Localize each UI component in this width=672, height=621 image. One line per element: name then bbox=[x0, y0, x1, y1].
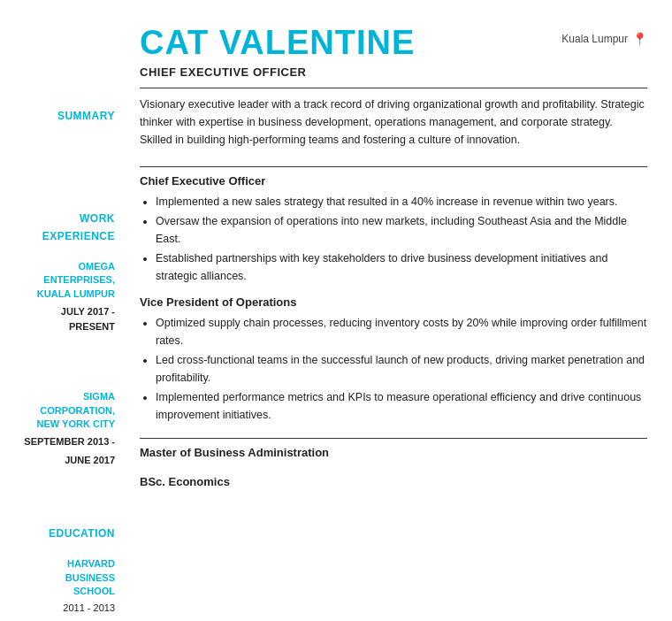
job2-bullet-3: Implemented performance metrics and KPIs… bbox=[156, 388, 647, 424]
job2-title: Vice President of Operations bbox=[140, 295, 647, 309]
sidebar-school1-name1: HARVARD BUSINESS bbox=[16, 557, 115, 585]
sidebar-job1-company1: OMEGA ENTERPRISES, bbox=[16, 260, 115, 288]
sidebar-school1-name2: SCHOOL bbox=[16, 585, 115, 598]
sidebar-name-spacer bbox=[16, 25, 115, 97]
edu-entry-2: BSc. Economics bbox=[140, 475, 647, 488]
sidebar-job-1: OMEGA ENTERPRISES, KUALA LUMPUR JULY 201… bbox=[16, 260, 115, 334]
edu-entry-1: Master of Business Administration bbox=[140, 446, 647, 459]
sidebar-edu-section: EDUCATION bbox=[16, 527, 115, 540]
resume-header: CAT VALENTINE CHIEF EXECUTIVE OFFICER Ku… bbox=[140, 25, 647, 79]
sidebar-work-label-line2: EXPERIENCE bbox=[16, 230, 115, 242]
sidebar-summary-spacer bbox=[16, 127, 115, 202]
job2-bullets: Optimized supply chain processes, reduci… bbox=[156, 314, 647, 424]
candidate-name: CAT VALENTINE bbox=[140, 25, 415, 62]
job-entry-2: Vice President of Operations Optimized s… bbox=[140, 295, 647, 424]
main-content: CAT VALENTINE CHIEF EXECUTIVE OFFICER Ku… bbox=[124, 0, 672, 621]
sidebar-school1-dates: 2011 - 2013 bbox=[16, 601, 115, 616]
sidebar-work-label-line1: WORK bbox=[16, 212, 115, 225]
name-block: CAT VALENTINE CHIEF EXECUTIVE OFFICER bbox=[140, 25, 415, 79]
job1-bullet-2: Oversaw the expansion of operations into… bbox=[156, 212, 647, 248]
sidebar-job2-dates1: SEPTEMBER 2013 - bbox=[16, 434, 115, 449]
location-text: Kuala Lumpur bbox=[561, 33, 628, 45]
sidebar-job1-company2: KUALA LUMPUR bbox=[16, 288, 115, 301]
edu1-degree: Master of Business Administration bbox=[140, 446, 647, 459]
job1-bullets: Implemented a new sales strategy that re… bbox=[156, 193, 647, 285]
education-section: Master of Business Administration BSc. E… bbox=[140, 438, 647, 488]
work-experience-section: Chief Executive Officer Implemented a ne… bbox=[140, 166, 647, 424]
candidate-title: CHIEF EXECUTIVE OFFICER bbox=[140, 65, 415, 79]
sidebar-job2-company1: SIGMA CORPORATION, bbox=[16, 390, 115, 418]
sidebar-school-1: HARVARD BUSINESS SCHOOL 2011 - 2013 bbox=[16, 557, 115, 615]
education-divider bbox=[140, 438, 647, 439]
location-pin-icon: 📍 bbox=[632, 32, 647, 46]
sidebar-job1-dates: JULY 2017 - PRESENT bbox=[16, 304, 115, 334]
job2-bullet-2: Led cross-functional teams in the succes… bbox=[156, 351, 647, 387]
location-block: Kuala Lumpur 📍 bbox=[561, 32, 647, 46]
summary-divider bbox=[140, 88, 647, 88]
sidebar-edu-label: EDUCATION bbox=[16, 527, 115, 540]
job1-bullet-1: Implemented a new sales strategy that re… bbox=[156, 193, 647, 211]
sidebar-summary-label: SUMMARY bbox=[16, 110, 115, 122]
sidebar-summary-section: SUMMARY bbox=[16, 110, 115, 122]
resume-container: SUMMARY WORK EXPERIENCE OMEGA ENTERPRISE… bbox=[0, 0, 672, 621]
sidebar: SUMMARY WORK EXPERIENCE OMEGA ENTERPRISE… bbox=[0, 0, 124, 621]
summary-text: Visionary executive leader with a track … bbox=[140, 96, 647, 149]
work-divider bbox=[140, 166, 647, 167]
job1-bullet-3: Established partnerships with key stakeh… bbox=[156, 249, 647, 285]
job2-bullet-1: Optimized supply chain processes, reduci… bbox=[156, 314, 647, 349]
edu2-degree: BSc. Economics bbox=[140, 475, 647, 488]
job-entry-1: Chief Executive Officer Implemented a ne… bbox=[140, 174, 647, 285]
sidebar-job-2: SIGMA CORPORATION, NEW YORK CITY SEPTEMB… bbox=[16, 390, 115, 467]
sidebar-job2-dates2: JUNE 2017 bbox=[16, 453, 115, 468]
sidebar-job2-company2: NEW YORK CITY bbox=[16, 418, 115, 431]
summary-section: Visionary executive leader with a track … bbox=[140, 88, 647, 149]
sidebar-work-section: WORK EXPERIENCE bbox=[16, 212, 115, 242]
job1-title: Chief Executive Officer bbox=[140, 174, 647, 188]
